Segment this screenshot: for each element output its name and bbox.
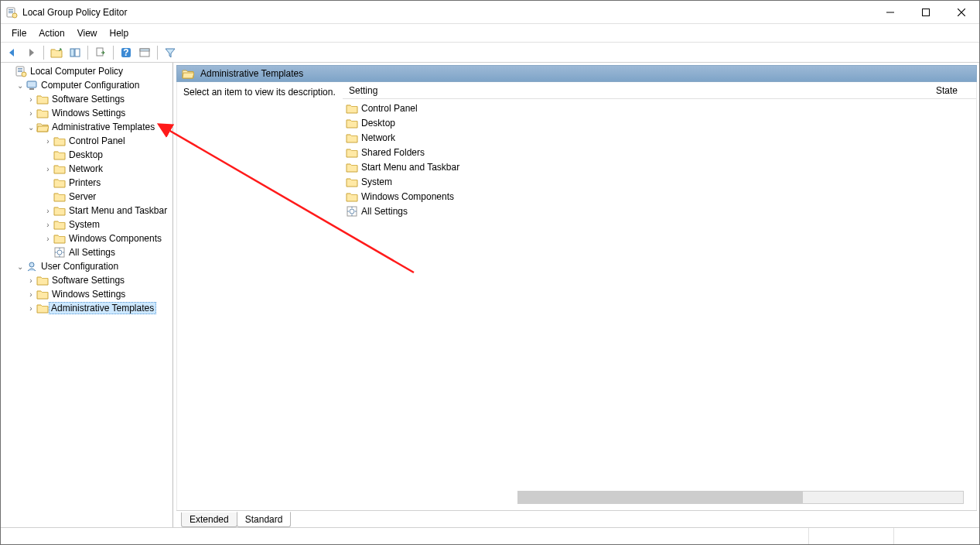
filter-button[interactable] [162, 44, 179, 61]
menu-file[interactable]: File [5, 26, 32, 41]
folder-icon [53, 190, 66, 203]
close-button[interactable] [944, 1, 979, 23]
folder-icon [346, 117, 358, 129]
item-label: Network [361, 132, 395, 143]
twisty-none [43, 247, 53, 258]
list-item-desktop[interactable]: Desktop [343, 115, 976, 130]
folder-icon [36, 288, 49, 300]
tree-user-windows[interactable]: ›Windows Settings [1, 287, 172, 301]
folder-icon [53, 204, 66, 217]
toolbar-separator [113, 46, 114, 60]
svg-rect-10 [923, 9, 930, 15]
tab-extended[interactable]: Extended [181, 512, 237, 527]
tree-user-config[interactable]: ⌄ User Configuration [1, 259, 172, 273]
content-pane: Administrative Templates Select an item … [173, 63, 979, 527]
tree-pane[interactable]: Local Computer Policy ⌄ Computer Configu… [1, 63, 173, 527]
description-text: Select an item to view its description. [183, 87, 336, 98]
folder-open-icon [182, 67, 194, 80]
column-state[interactable]: State [930, 85, 976, 96]
tree-controlpanel[interactable]: ›Control Panel [1, 134, 172, 148]
help-button[interactable]: ? [118, 44, 135, 61]
tab-standard[interactable]: Standard [237, 512, 292, 527]
item-label: Desktop [361, 118, 395, 129]
chevron-right-icon[interactable]: › [26, 108, 36, 118]
list-item-startmenu[interactable]: Start Menu and Taskbar [343, 159, 976, 174]
maximize-button[interactable] [908, 1, 944, 23]
list-item-network[interactable]: Network [343, 130, 976, 145]
back-button[interactable] [4, 44, 21, 61]
item-label: All Settings [361, 206, 408, 217]
menu-help[interactable]: Help [104, 26, 135, 41]
computer-icon [26, 79, 38, 91]
toolbar: ? [1, 43, 979, 63]
menubar: File Action View Help [1, 24, 979, 43]
tree-label: System [68, 219, 101, 230]
folder-icon [36, 274, 49, 286]
menu-view[interactable]: View [71, 26, 104, 41]
menu-action[interactable]: Action [32, 26, 70, 41]
tree-wincomp[interactable]: ›Windows Components [1, 231, 172, 245]
folder-open-icon [36, 121, 49, 133]
tree-allsettings[interactable]: All Settings [1, 245, 172, 259]
scrollbar-thumb[interactable] [518, 492, 803, 503]
chevron-right-icon[interactable]: › [26, 303, 36, 314]
chevron-down-icon[interactable]: ⌄ [15, 261, 26, 272]
toolbar-separator [87, 46, 88, 60]
item-label: System [361, 177, 392, 187]
status-cell [894, 528, 979, 544]
policy-root-icon [15, 65, 27, 77]
svg-rect-13 [97, 48, 103, 56]
tree-label: Local Computer Policy [29, 66, 124, 77]
list-item-shared[interactable]: Shared Folders [343, 145, 976, 159]
list-item-wincomp[interactable]: Windows Components [343, 189, 976, 204]
list-item-system[interactable]: System [343, 174, 976, 189]
tree-startmenu[interactable]: ›Start Menu and Taskbar [1, 204, 172, 218]
tree-computer-windows[interactable]: › Windows Settings [1, 106, 172, 120]
chevron-right-icon[interactable]: › [43, 135, 53, 146]
twisty-none [43, 191, 53, 202]
list-items: Control Panel Desktop Network Shared Fol… [343, 99, 976, 510]
settings-icon [346, 205, 358, 218]
svg-rect-12 [75, 49, 80, 57]
titlebar: Local Group Policy Editor [1, 1, 979, 24]
tree-computer-admin[interactable]: ⌄ Administrative Templates [1, 120, 172, 134]
item-label: Start Menu and Taskbar [361, 162, 459, 173]
window-title: Local Group Policy Editor [22, 7, 872, 18]
tree-network[interactable]: ›Network [1, 162, 172, 176]
folder-icon [346, 190, 358, 203]
minimize-button[interactable] [872, 1, 908, 23]
view-tabs: Extended Standard [176, 510, 977, 527]
chevron-right-icon[interactable]: › [43, 219, 53, 230]
tree-computer-software[interactable]: › Software Settings [1, 92, 172, 106]
list-item-allsettings[interactable]: All Settings [343, 204, 976, 218]
tree-server[interactable]: Server [1, 190, 172, 204]
chevron-right-icon[interactable]: › [26, 289, 36, 300]
list-item-controlpanel[interactable]: Control Panel [343, 101, 976, 115]
folder-icon [53, 218, 66, 231]
tree-printers[interactable]: Printers [1, 176, 172, 190]
tree-desktop[interactable]: Desktop [1, 148, 172, 162]
chevron-down-icon[interactable]: ⌄ [15, 80, 26, 91]
tree-computer-config[interactable]: ⌄ Computer Configuration [1, 78, 172, 92]
tree-label: All Settings [68, 247, 116, 258]
chevron-right-icon[interactable]: › [26, 94, 36, 105]
forward-button[interactable] [22, 44, 39, 61]
tree-user-software[interactable]: ›Software Settings [1, 273, 172, 287]
chevron-down-icon[interactable]: ⌄ [26, 122, 36, 132]
folder-icon [36, 302, 49, 314]
properties-button[interactable] [136, 44, 153, 61]
tree-label: Control Panel [68, 135, 126, 146]
tree-root[interactable]: Local Computer Policy [1, 64, 172, 78]
column-setting[interactable]: Setting [343, 85, 930, 96]
chevron-right-icon[interactable]: › [43, 233, 53, 244]
chevron-right-icon[interactable]: › [26, 275, 36, 286]
item-label: Control Panel [361, 103, 418, 114]
horizontal-scrollbar[interactable] [517, 491, 964, 504]
export-button[interactable] [92, 44, 109, 61]
show-hide-tree-button[interactable] [67, 44, 84, 61]
tree-user-admin[interactable]: ›Administrative Templates [1, 301, 172, 315]
chevron-right-icon[interactable]: › [43, 163, 53, 174]
tree-system[interactable]: ›System [1, 218, 172, 231]
chevron-right-icon[interactable]: › [43, 205, 53, 216]
up-button[interactable] [48, 44, 65, 61]
